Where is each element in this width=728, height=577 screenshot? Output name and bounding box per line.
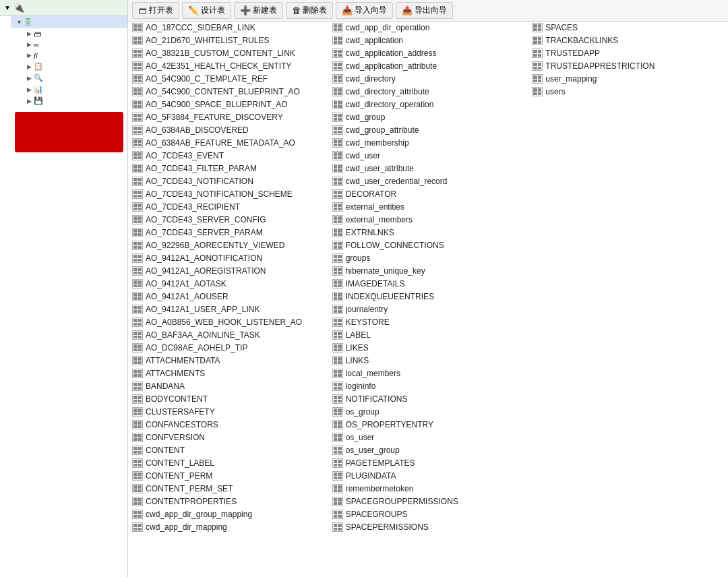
- table-row[interactable]: PAGETEMPLATES: [328, 457, 528, 470]
- table-row[interactable]: DECORATOR: [328, 188, 528, 201]
- table-row[interactable]: cwd_app_dir_mapping: [128, 521, 328, 534]
- table-row[interactable]: SPACEPERMISSIONS: [328, 521, 528, 534]
- table-row[interactable]: TRUSTEDAPP: [528, 47, 728, 60]
- table-row[interactable]: AO_54C900_SPACE_BLUEPRINT_AO: [128, 98, 328, 111]
- table-row[interactable]: cwd_group: [328, 111, 528, 124]
- table-row[interactable]: IMAGEDETAILS: [328, 278, 528, 291]
- table-row[interactable]: CONTENT_LABEL: [128, 457, 328, 470]
- table-row[interactable]: cwd_user_attribute: [328, 162, 528, 175]
- sidebar-item-table[interactable]: ▶ 🗃: [22, 28, 127, 39]
- table-row[interactable]: AO_54C900_CONTENT_BLUEPRINT_AO: [128, 86, 328, 98]
- sidebar-item-perf-schema[interactable]: [11, 166, 127, 170]
- sidebar-item-event[interactable]: ▶ 📋: [22, 61, 127, 72]
- table-row[interactable]: INDEXQUEUEENTRIES: [328, 291, 528, 303]
- table-row[interactable]: CONTENT_PERM: [128, 470, 328, 483]
- table-row[interactable]: LINKS: [328, 355, 528, 367]
- table-row[interactable]: BODYCONTENT: [128, 393, 328, 406]
- table-row[interactable]: ATTACHMENTS: [128, 367, 328, 380]
- table-row[interactable]: AO_54C900_C_TEMPLATE_REF: [128, 73, 328, 86]
- table-row[interactable]: local_members: [328, 367, 528, 380]
- table-row[interactable]: cwd_application_address: [328, 47, 528, 60]
- table-row[interactable]: AO_5F3884_FEATURE_DISCOVERY: [128, 111, 328, 124]
- table-row[interactable]: CONTENT_PERM_SET: [128, 483, 328, 495]
- table-row[interactable]: AO_7CDE43_RECIPIENT: [128, 201, 328, 214]
- table-row[interactable]: hibernate_unique_key: [328, 265, 528, 278]
- table-row[interactable]: remembermetoken: [328, 483, 528, 495]
- sidebar-item-function[interactable]: ▶ fi: [22, 50, 127, 61]
- table-row[interactable]: SPACEGROUPPERMISSIONS: [328, 495, 528, 508]
- table-row[interactable]: cwd_group_attribute: [328, 124, 528, 137]
- table-row[interactable]: cwd_directory_operation: [328, 98, 528, 111]
- table-row[interactable]: logininfo: [328, 380, 528, 393]
- table-row[interactable]: AO_BAF3AA_AOINLINE_TASK: [128, 329, 328, 342]
- table-row[interactable]: users: [528, 86, 728, 98]
- table-row[interactable]: AO_7CDE43_NOTIFICATION_SCHEME: [128, 188, 328, 201]
- table-row[interactable]: AO_9412A1_AONOTIFICATION: [128, 252, 328, 265]
- sidebar-item-report[interactable]: ▶ 📊: [22, 84, 127, 95]
- toolbar-btn-2[interactable]: ➕新建表: [234, 2, 283, 19]
- table-row[interactable]: cwd_directory_attribute: [328, 86, 528, 98]
- table-row[interactable]: LABEL: [328, 329, 528, 342]
- table-row[interactable]: KEYSTORE: [328, 316, 528, 329]
- table-row[interactable]: AO_38321B_CUSTOM_CONTENT_LINK: [128, 47, 328, 60]
- table-row[interactable]: NOTIFICATIONS: [328, 393, 528, 406]
- table-row[interactable]: cwd_application: [328, 34, 528, 47]
- table-row[interactable]: TRACKBACKLINKS: [528, 34, 728, 47]
- table-row[interactable]: PLUGINDATA: [328, 470, 528, 483]
- toolbar-btn-5[interactable]: 📤导出向导: [396, 2, 453, 19]
- table-row[interactable]: AO_6384AB_FEATURE_METADATA_AO: [128, 137, 328, 150]
- table-row[interactable]: AO_9412A1_AOUSER: [128, 291, 328, 303]
- toolbar-btn-1[interactable]: ✏️设计表: [182, 2, 231, 19]
- server-item[interactable]: ▼ 🔌: [0, 0, 127, 16]
- toolbar-btn-4[interactable]: 📥导入向导: [336, 2, 393, 19]
- table-row[interactable]: cwd_user: [328, 150, 528, 162]
- table-row[interactable]: AO_7CDE43_FILTER_PARAM: [128, 162, 328, 175]
- table-row[interactable]: AO_9412A1_AOREGISTRATION: [128, 265, 328, 278]
- table-row[interactable]: OS_PROPERTYENTRY: [328, 419, 528, 431]
- table-row[interactable]: os_user_group: [328, 444, 528, 457]
- table-row[interactable]: cwd_membership: [328, 137, 528, 150]
- table-row[interactable]: EXTRNLNKS: [328, 226, 528, 239]
- table-row[interactable]: SPACEGROUPS: [328, 508, 528, 521]
- table-row[interactable]: AO_DC98AE_AOHELP_TIP: [128, 342, 328, 355]
- table-row[interactable]: CONFANCESTORS: [128, 419, 328, 431]
- table-row[interactable]: BANDANA: [128, 380, 328, 393]
- table-row[interactable]: AO_A0B856_WEB_HOOK_LISTENER_AO: [128, 316, 328, 329]
- table-row[interactable]: external_entities: [328, 201, 528, 214]
- table-row[interactable]: user_mapping: [528, 73, 728, 86]
- table-row[interactable]: AO_7CDE43_EVENT: [128, 150, 328, 162]
- table-row[interactable]: AO_6384AB_DISCOVERED: [128, 124, 328, 137]
- table-row[interactable]: AO_9412A1_USER_APP_LINK: [128, 303, 328, 316]
- table-row[interactable]: AO_21D670_WHITELIST_RULES: [128, 34, 328, 47]
- toolbar-btn-3[interactable]: 🗑删除表: [286, 2, 333, 19]
- table-row[interactable]: CONFVERSION: [128, 431, 328, 444]
- toolbar-btn-0[interactable]: 🗃打开表: [132, 2, 179, 19]
- table-row[interactable]: AO_7CDE43_NOTIFICATION: [128, 175, 328, 188]
- table-row[interactable]: LIKES: [328, 342, 528, 355]
- sidebar-item-view[interactable]: ▶ ∞: [22, 39, 127, 50]
- table-row[interactable]: cwd_application_attribute: [328, 60, 528, 73]
- table-row[interactable]: AO_187CCC_SIDEBAR_LINK: [128, 22, 328, 34]
- table-row[interactable]: TRUSTEDAPPRESTRICTION: [528, 60, 728, 73]
- db-confluence[interactable]: ▼ 🗄: [11, 16, 127, 28]
- table-row[interactable]: journalentry: [328, 303, 528, 316]
- table-row[interactable]: AO_7CDE43_SERVER_PARAM: [128, 226, 328, 239]
- table-row[interactable]: FOLLOW_CONNECTIONS: [328, 239, 528, 252]
- table-row[interactable]: ATTACHMENTDATA: [128, 355, 328, 367]
- table-row[interactable]: AO_9412A1_AOTASK: [128, 278, 328, 291]
- table-row[interactable]: cwd_app_dir_operation: [328, 22, 528, 34]
- table-row[interactable]: os_group: [328, 406, 528, 419]
- table-row[interactable]: cwd_app_dir_group_mapping: [128, 508, 328, 521]
- table-row[interactable]: external_members: [328, 214, 528, 226]
- table-row[interactable]: os_user: [328, 431, 528, 444]
- sidebar-item-query[interactable]: ▶ 🔍: [22, 72, 127, 84]
- table-row[interactable]: cwd_directory: [328, 73, 528, 86]
- table-row[interactable]: AO_92296B_AORECENTLY_VIEWED: [128, 239, 328, 252]
- table-row[interactable]: groups: [328, 252, 528, 265]
- table-row[interactable]: AO_7CDE43_SERVER_CONFIG: [128, 214, 328, 226]
- table-row[interactable]: SPACES: [528, 22, 728, 34]
- table-row[interactable]: CONTENT: [128, 444, 328, 457]
- table-row[interactable]: CLUSTERSAFETY: [128, 406, 328, 419]
- table-row[interactable]: cwd_user_credential_record: [328, 175, 528, 188]
- sidebar-item-backup[interactable]: ▶ 💾: [22, 95, 127, 107]
